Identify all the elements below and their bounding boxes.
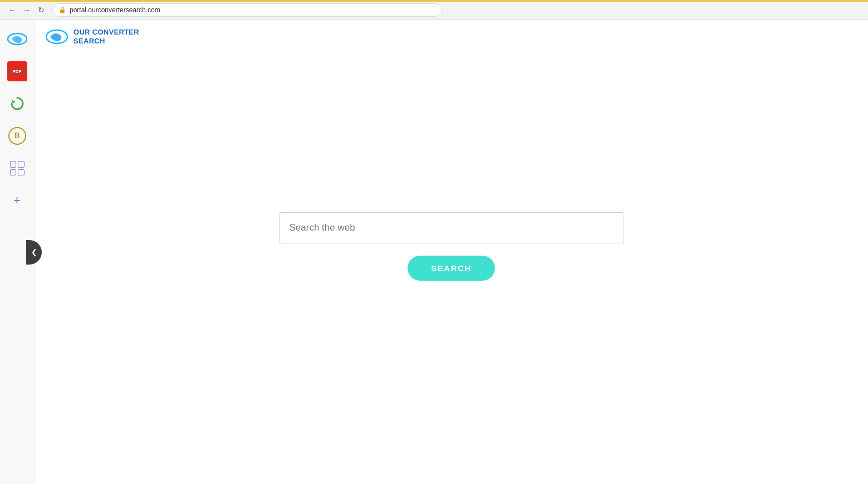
- search-button[interactable]: SEARCH: [408, 256, 494, 281]
- pdf-icon: PDF: [7, 61, 27, 81]
- site-header: OUR CONVERTER SEARCH: [35, 20, 868, 53]
- nav-buttons: ← → ↻: [7, 4, 47, 16]
- back-button[interactable]: ←: [7, 4, 18, 16]
- address-bar[interactable]: 🔒 portal.ourconvertersearch.com: [52, 3, 442, 17]
- chevron-left-icon: ❮: [31, 248, 37, 256]
- browser-chrome: ← → ↻ 🔒 portal.ourconvertersearch.com: [0, 0, 868, 20]
- search-area: SEARCH: [35, 53, 868, 484]
- main-content: OUR CONVERTER SEARCH SEARCH: [35, 20, 868, 484]
- site-logo-icon: [46, 29, 68, 45]
- sidebar-item-grid[interactable]: [6, 157, 28, 179]
- sidebar-item-converter[interactable]: [6, 92, 28, 115]
- sidebar-item-add[interactable]: +: [6, 189, 28, 212]
- svg-marker-1: [12, 100, 16, 104]
- b-circle-icon: B: [8, 127, 26, 145]
- page-wrapper: PDF B + ❮: [0, 20, 868, 484]
- sidebar: PDF B + ❮: [0, 20, 35, 484]
- converter-icon: [9, 95, 26, 112]
- plus-icon: +: [13, 194, 21, 207]
- grid-icon: [9, 160, 26, 177]
- url-text: portal.ourconvertersearch.com: [70, 6, 160, 14]
- forward-button[interactable]: →: [21, 4, 32, 16]
- reload-button[interactable]: ↻: [36, 4, 47, 16]
- logo-text-wrapper: OUR CONVERTER SEARCH: [73, 28, 139, 45]
- sidebar-item-b[interactable]: B: [6, 125, 28, 147]
- sidebar-item-pdf[interactable]: PDF: [6, 60, 28, 82]
- logo-text: OUR CONVERTER SEARCH: [73, 28, 139, 45]
- lock-icon: 🔒: [58, 6, 66, 13]
- sidebar-logo-icon[interactable]: [6, 28, 28, 50]
- search-input[interactable]: [279, 212, 624, 243]
